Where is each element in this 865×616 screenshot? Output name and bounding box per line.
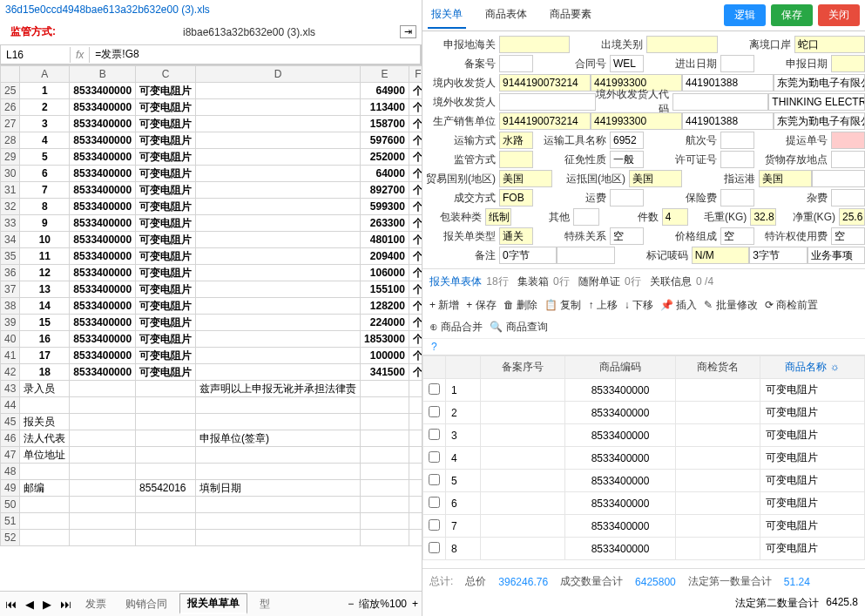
- cell[interactable]: [196, 447, 361, 464]
- cell-reference[interactable]: L16: [1, 47, 71, 63]
- form-field[interactable]: [720, 189, 754, 206]
- form-field[interactable]: 441901388: [682, 74, 774, 91]
- section-related[interactable]: 关联信息 0 /4: [650, 274, 713, 289]
- cell[interactable]: 可变电阻片: [136, 281, 196, 298]
- cell[interactable]: [196, 464, 361, 480]
- cell[interactable]: 可变电阻片: [136, 315, 196, 331]
- cell[interactable]: [409, 381, 422, 397]
- cell[interactable]: [361, 381, 409, 397]
- cell[interactable]: 可变电阻片: [136, 331, 196, 348]
- cell[interactable]: 可变电阻片: [136, 116, 196, 132]
- cell[interactable]: [20, 497, 70, 513]
- cell[interactable]: 可变电阻片: [136, 149, 196, 166]
- cell[interactable]: 可变电阻片: [136, 83, 196, 99]
- row-header[interactable]: 38: [1, 298, 20, 315]
- cell[interactable]: 128200: [361, 298, 409, 315]
- cell[interactable]: [361, 447, 409, 464]
- row-header[interactable]: 27: [1, 116, 20, 132]
- tab-goods-element[interactable]: 商品要素: [546, 2, 595, 29]
- cell[interactable]: 8533400000: [70, 199, 136, 215]
- cell[interactable]: 480100: [361, 232, 409, 248]
- cell[interactable]: 8533400000: [70, 149, 136, 166]
- cell[interactable]: 8533400000: [70, 83, 136, 99]
- save-button[interactable]: 保存: [771, 4, 813, 26]
- row-header[interactable]: 51: [1, 513, 20, 530]
- form-field[interactable]: [831, 132, 865, 149]
- form-field[interactable]: 空: [720, 227, 754, 245]
- form-field[interactable]: 9144190073214: [499, 112, 591, 130]
- cell[interactable]: 8533400000: [70, 99, 136, 116]
- row-header[interactable]: 52: [1, 530, 20, 546]
- row-header[interactable]: 45: [1, 414, 20, 430]
- row-header[interactable]: 29: [1, 149, 20, 166]
- cell[interactable]: 个: [409, 166, 422, 182]
- product-name[interactable]: 可变电阻片: [760, 402, 865, 424]
- cell[interactable]: 个: [409, 182, 422, 199]
- form-field[interactable]: 3字节: [749, 247, 807, 264]
- form-field[interactable]: 441901388: [682, 112, 774, 130]
- cell[interactable]: 可变电阻片: [136, 132, 196, 149]
- cell[interactable]: 个: [409, 281, 422, 298]
- inspection-name[interactable]: [676, 515, 760, 538]
- row-header[interactable]: 44: [1, 397, 20, 414]
- form-field[interactable]: 通关: [499, 227, 533, 245]
- form-field[interactable]: 空: [610, 227, 644, 245]
- row-num[interactable]: 5: [446, 470, 481, 492]
- cell[interactable]: 个: [409, 215, 422, 232]
- cell[interactable]: [20, 530, 70, 546]
- cell[interactable]: 个: [409, 298, 422, 315]
- cell[interactable]: 报关员: [20, 414, 70, 430]
- cell[interactable]: 18: [20, 364, 70, 381]
- inspection-name[interactable]: [676, 402, 760, 424]
- cell[interactable]: 16: [20, 331, 70, 348]
- cell[interactable]: [136, 513, 196, 530]
- inspection-name[interactable]: [676, 424, 760, 447]
- toolbar-button[interactable]: ✎ 批量修改: [704, 298, 757, 313]
- cell[interactable]: [136, 397, 196, 414]
- cell[interactable]: [196, 166, 361, 182]
- cell[interactable]: [196, 116, 361, 132]
- cell[interactable]: 8533400000: [70, 232, 136, 248]
- cell[interactable]: [136, 447, 196, 464]
- form-field[interactable]: 441993300: [591, 112, 682, 130]
- form-field[interactable]: [499, 93, 596, 111]
- cell[interactable]: [196, 397, 361, 414]
- row-header[interactable]: 40: [1, 331, 20, 348]
- form-field[interactable]: 空: [831, 227, 865, 245]
- form-field[interactable]: [499, 36, 570, 53]
- tab-declaration[interactable]: 报关单: [428, 2, 466, 29]
- form-field[interactable]: 业务事项: [808, 247, 865, 264]
- row-header[interactable]: 36: [1, 265, 20, 281]
- product-code[interactable]: 8533400000: [565, 402, 676, 424]
- cell[interactable]: 6: [20, 166, 70, 182]
- help-icon[interactable]: ?: [422, 339, 865, 355]
- row-checkbox[interactable]: [429, 406, 440, 417]
- cell[interactable]: [196, 215, 361, 232]
- cell[interactable]: [70, 530, 136, 546]
- toolbar-button[interactable]: 🔍 商品查询: [490, 320, 547, 335]
- toolbar-button[interactable]: 📋 复制: [544, 298, 581, 313]
- cell[interactable]: 13: [20, 281, 70, 298]
- sheet-tab-declaration[interactable]: 报关单草单: [179, 593, 247, 614]
- cell[interactable]: [409, 397, 422, 414]
- cell[interactable]: [409, 464, 422, 480]
- cell[interactable]: 12: [20, 265, 70, 281]
- cell[interactable]: 可变电阻片: [136, 182, 196, 199]
- row-header[interactable]: 33: [1, 215, 20, 232]
- cell[interactable]: [70, 430, 136, 447]
- col-header[interactable]: C: [136, 66, 196, 83]
- cell[interactable]: [409, 447, 422, 464]
- row-header[interactable]: 37: [1, 281, 20, 298]
- row-checkbox[interactable]: [429, 451, 440, 463]
- row-num[interactable]: 3: [446, 424, 481, 447]
- cell[interactable]: 1: [20, 83, 70, 99]
- cell[interactable]: 8533400000: [70, 116, 136, 132]
- cell[interactable]: 599300: [361, 199, 409, 215]
- cell[interactable]: [409, 513, 422, 530]
- cell[interactable]: [136, 430, 196, 447]
- cell[interactable]: 8: [20, 199, 70, 215]
- row-num[interactable]: 4: [446, 447, 481, 470]
- cell[interactable]: [196, 414, 361, 430]
- product-name[interactable]: 可变电阻片: [760, 379, 865, 402]
- inspection-name[interactable]: [676, 470, 760, 492]
